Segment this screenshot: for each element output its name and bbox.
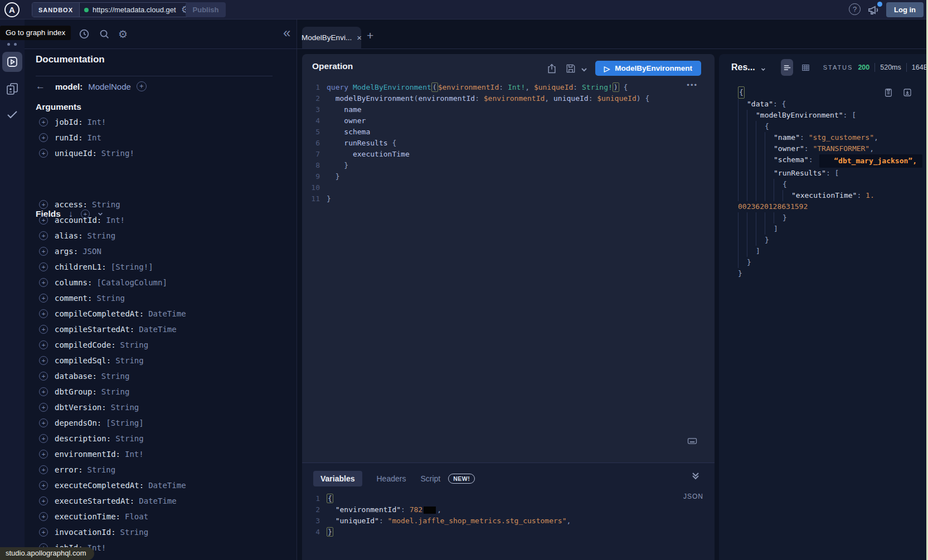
share-operation-icon[interactable] xyxy=(546,63,557,74)
login-button[interactable]: Log in xyxy=(886,2,924,17)
collapse-sidebar-icon[interactable]: « xyxy=(283,25,290,41)
field-row[interactable]: +childrenL1:[String!] xyxy=(36,259,292,275)
field-row[interactable]: +alias:String xyxy=(36,228,292,244)
field-row[interactable]: +comment:String xyxy=(36,290,292,306)
add-to-query-button[interactable]: + xyxy=(39,200,48,209)
tab-headers[interactable]: Headers xyxy=(377,474,406,483)
apollo-logo[interactable]: A xyxy=(4,2,20,17)
field-row[interactable]: +compileStartedAt:DateTime xyxy=(36,322,292,337)
add-to-query-button[interactable]: + xyxy=(39,465,48,474)
field-row[interactable]: +dependsOn:[String] xyxy=(36,415,292,431)
field-row[interactable]: +compileCompletedAt:DateTime xyxy=(36,306,292,322)
field-row[interactable]: +accountId:Int! xyxy=(36,212,292,228)
field-name: compiledSql: xyxy=(55,356,111,365)
add-to-query-button[interactable]: + xyxy=(39,512,48,521)
add-to-query-button[interactable]: + xyxy=(39,325,48,334)
field-row[interactable]: +executeStartedAt:DateTime xyxy=(36,493,292,509)
back-arrow-icon[interactable]: ← xyxy=(36,81,45,92)
argument-row[interactable]: +runId:Int xyxy=(36,130,292,145)
new-tab-button[interactable]: + xyxy=(367,29,373,42)
add-to-query-button[interactable]: + xyxy=(39,356,48,365)
variables-code-editor[interactable]: 1{2 "environmentId": 782,3 "uniqueId": "… xyxy=(302,493,715,538)
code-token: , xyxy=(545,94,553,103)
field-row[interactable]: +error:String xyxy=(36,462,292,478)
add-to-query-button[interactable]: + xyxy=(39,231,48,240)
code-token: } xyxy=(327,161,348,169)
code-token: : { xyxy=(773,99,786,110)
close-tab-icon[interactable]: × xyxy=(357,33,362,42)
collapse-panel-icon[interactable] xyxy=(691,471,700,481)
save-operation-icon[interactable] xyxy=(565,63,576,74)
schema-diff-icon[interactable] xyxy=(6,82,19,95)
response-dropdown[interactable]: Res... xyxy=(731,62,755,72)
add-to-query-button[interactable]: + xyxy=(39,387,48,396)
tab-script[interactable]: Script xyxy=(420,474,440,483)
add-to-query-button[interactable]: + xyxy=(39,118,48,126)
add-to-query-button[interactable]: + xyxy=(39,496,48,505)
breadcrumb-type-link[interactable]: ModelNode xyxy=(88,82,131,91)
add-to-query-button[interactable]: + xyxy=(39,340,48,349)
add-to-query-button[interactable]: + xyxy=(39,418,48,427)
table-view-button[interactable] xyxy=(800,59,812,76)
field-row[interactable]: +invocationId:String xyxy=(36,524,292,540)
add-to-query-button[interactable]: + xyxy=(39,149,48,158)
argument-row[interactable]: +jobId:Int! xyxy=(36,114,292,130)
code-token: modelByEnvironment xyxy=(336,94,414,103)
field-row[interactable]: +columns:[CatalogColumn] xyxy=(36,275,292,290)
tree-view-button[interactable] xyxy=(781,59,793,76)
code-token: "modelByEnvironment" xyxy=(756,110,843,121)
keyboard-shortcuts-icon[interactable] xyxy=(687,435,698,446)
add-to-query-button[interactable]: + xyxy=(39,278,48,287)
tab-variables[interactable]: Variables xyxy=(313,471,362,486)
field-row[interactable]: +compiledCode:String xyxy=(36,337,292,353)
line-number: 2 xyxy=(302,504,327,515)
field-name: dependsOn: xyxy=(55,418,101,427)
tab-modelbyenvironment[interactable]: ModelByEnvi... × xyxy=(302,27,361,48)
add-to-query-button[interactable]: + xyxy=(39,372,48,381)
code-token: String! xyxy=(582,83,613,91)
field-row[interactable]: +environmentId:Int! xyxy=(36,446,292,462)
add-to-query-button[interactable]: + xyxy=(39,133,48,142)
add-field-button[interactable]: + xyxy=(137,81,147,91)
field-row[interactable]: +database:String xyxy=(36,368,292,384)
publish-button[interactable]: Publish xyxy=(186,2,226,17)
add-to-query-button[interactable]: + xyxy=(39,481,48,490)
endpoint-url-box[interactable]: https://metadata.cloud.get ⚙ xyxy=(80,3,195,17)
add-to-query-button[interactable]: + xyxy=(39,434,48,443)
add-to-query-button[interactable]: + xyxy=(39,403,48,412)
add-to-query-button[interactable]: + xyxy=(39,247,48,256)
add-to-query-button[interactable]: + xyxy=(39,309,48,318)
history-icon[interactable] xyxy=(78,28,90,40)
add-to-query-button[interactable]: + xyxy=(39,294,48,303)
help-icon[interactable]: ? xyxy=(849,3,861,15)
search-icon[interactable] xyxy=(98,28,110,40)
code-token: : xyxy=(379,517,388,525)
checklist-icon[interactable] xyxy=(6,108,19,121)
field-row[interactable]: +dbtGroup:String xyxy=(36,384,292,400)
explorer-nav-item[interactable] xyxy=(2,52,22,72)
endpoint-url-input[interactable]: https://metadata.cloud.get xyxy=(93,6,177,14)
settings-icon[interactable]: ⚙ xyxy=(118,28,130,40)
field-row[interactable]: +args:JSON xyxy=(36,244,292,259)
field-row[interactable]: +description:String xyxy=(36,431,292,446)
argument-row[interactable]: +uniqueId:String! xyxy=(36,145,292,161)
add-to-query-button[interactable]: + xyxy=(39,262,48,271)
code-token: ] xyxy=(774,223,778,235)
field-row[interactable]: +executionTime:Float xyxy=(36,509,292,524)
field-row[interactable]: +dbtVersion:String xyxy=(36,400,292,415)
response-chevron-icon[interactable] xyxy=(761,64,766,71)
field-type: [String!] xyxy=(111,262,153,271)
code-token: "runResults" xyxy=(774,168,826,179)
field-row[interactable]: +compiledSql:String xyxy=(36,353,292,368)
add-to-query-button[interactable]: + xyxy=(39,450,48,459)
add-to-query-button[interactable]: + xyxy=(39,216,48,225)
operation-code-editor[interactable]: 1query ModelByEnvironment($environmentId… xyxy=(302,82,715,204)
code-token: } xyxy=(747,257,751,268)
response-json-viewer[interactable]: {"data": {"modelByEnvironment": [{"name"… xyxy=(738,86,922,279)
field-row[interactable]: +access:String xyxy=(36,197,292,212)
field-name: database: xyxy=(55,372,97,381)
field-row[interactable]: +executeCompletedAt:DateTime xyxy=(36,478,292,493)
save-menu-chevron-icon[interactable] xyxy=(581,65,587,72)
add-to-query-button[interactable]: + xyxy=(39,528,48,537)
run-operation-button[interactable]: ▷ ModelByEnvironment xyxy=(595,61,701,76)
